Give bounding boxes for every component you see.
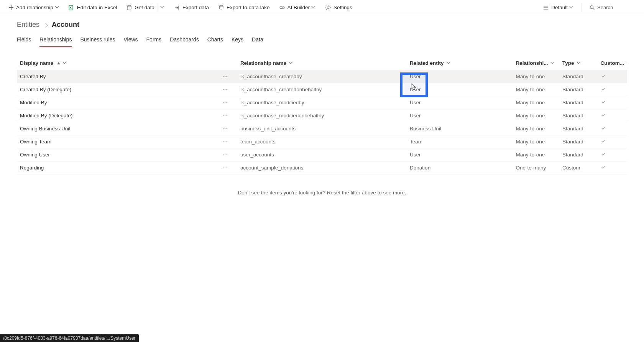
command-bar-right: Default Search	[539, 2, 639, 13]
table-row[interactable]: Created By⋯lk_accountbase_createdbyUserM…	[17, 70, 627, 83]
pivot-tabs: Fields Relationships Business rules View…	[0, 30, 644, 47]
row-actions-button[interactable]: ⋯	[212, 83, 237, 96]
export-icon	[174, 5, 180, 11]
export-data-lake-button[interactable]: Export to data lake	[214, 2, 274, 13]
svg-point-5	[327, 7, 329, 8]
check-icon	[601, 86, 606, 93]
row-actions-button[interactable]: ⋯	[212, 96, 237, 109]
settings-button[interactable]: Settings	[321, 2, 356, 13]
sort-ascending-icon	[57, 62, 60, 64]
tab-relationships[interactable]: Relationships	[39, 35, 72, 47]
cell-related-entity[interactable]: User	[407, 83, 513, 96]
settings-label: Settings	[334, 5, 352, 10]
chevron-right-icon	[44, 21, 47, 29]
cell-relationship-name: lk_accountbase_modifiedonbehalfby	[237, 109, 407, 122]
cell-type: Standard	[559, 83, 598, 96]
cell-customizable	[598, 148, 627, 161]
tab-keys[interactable]: Keys	[232, 35, 243, 47]
table-row[interactable]: Owning Team⋯team_accountsTeamMany-to-one…	[17, 135, 627, 148]
cell-relationship-type: Many-to-one	[513, 96, 559, 109]
row-actions-button[interactable]: ⋯	[212, 109, 237, 122]
col-relationship-name[interactable]: Relationship name	[237, 56, 407, 70]
tab-fields[interactable]: Fields	[17, 35, 31, 47]
cell-related-entity[interactable]: User	[407, 109, 513, 122]
table-row[interactable]: Created By (Delegate)⋯lk_accountbase_cre…	[17, 83, 627, 96]
table-header-row: Display name Relationship name Related e…	[17, 56, 627, 70]
chevron-down-icon	[161, 6, 165, 10]
cell-type: Standard	[559, 122, 598, 135]
cell-related-entity[interactable]: Business Unit	[407, 122, 513, 135]
col-type-label: Type	[562, 60, 574, 66]
export-data-lake-label: Export to data lake	[227, 5, 270, 10]
row-actions-button[interactable]: ⋯	[212, 161, 237, 174]
row-actions-button[interactable]: ⋯	[212, 122, 237, 135]
get-data-button[interactable]: Get data	[122, 1, 169, 14]
data-lake-icon	[218, 5, 224, 11]
chevron-down-icon	[56, 6, 59, 10]
check-icon	[601, 99, 606, 106]
col-type[interactable]: Type	[559, 56, 598, 70]
ai-builder-button[interactable]: AI Builder	[275, 2, 320, 13]
view-default-button[interactable]: Default	[539, 2, 578, 13]
ai-builder-icon	[279, 5, 285, 11]
edit-in-excel-label: Edit data in Excel	[77, 5, 117, 10]
table-row[interactable]: Owning Business Unit⋯business_unit_accou…	[17, 122, 627, 135]
breadcrumb-root[interactable]: Entities	[17, 21, 39, 29]
cell-type: Standard	[559, 96, 598, 109]
cell-customizable	[598, 96, 627, 109]
col-customizable[interactable]: Custom...	[598, 56, 627, 70]
col-display-name[interactable]: Display name	[17, 56, 212, 70]
cell-related-entity[interactable]: Team	[407, 135, 513, 148]
tab-data[interactable]: Data	[252, 35, 263, 47]
tab-dashboards[interactable]: Dashboards	[170, 35, 199, 47]
export-data-label: Export data	[182, 5, 209, 10]
tab-business-rules[interactable]: Business rules	[80, 35, 115, 47]
command-bar: Add relationship Edit data in Excel Get …	[0, 0, 644, 15]
excel-icon	[69, 5, 75, 11]
cell-related-entity[interactable]: User	[407, 96, 513, 109]
ai-builder-label: AI Builder	[288, 5, 310, 10]
list-icon	[543, 5, 549, 11]
col-relationship-type[interactable]: Relationshi...	[513, 56, 559, 70]
tab-forms[interactable]: Forms	[146, 35, 162, 47]
row-actions-button[interactable]: ⋯	[212, 148, 237, 161]
cell-relationship-name: user_accounts	[237, 148, 407, 161]
breadcrumb-current: Account	[52, 21, 79, 29]
search-input[interactable]: Search	[586, 2, 639, 13]
check-icon	[601, 164, 606, 171]
cell-display-name: Owning User	[17, 148, 212, 161]
table-row[interactable]: Modified By⋯lk_accountbase_modifiedbyUse…	[17, 96, 627, 109]
status-bar: /8c209fd5-876f-4003-a976-64fa07937daa/en…	[0, 334, 139, 342]
table-row[interactable]: Modified By (Delegate)⋯lk_accountbase_mo…	[17, 109, 627, 122]
cell-customizable	[598, 83, 627, 96]
cell-customizable	[598, 161, 627, 174]
cell-related-entity[interactable]: Donation	[407, 161, 513, 174]
table-row[interactable]: Owning User⋯user_accountsUserMany-to-one…	[17, 148, 627, 161]
chevron-down-icon	[447, 61, 451, 65]
col-display-name-label: Display name	[20, 60, 53, 66]
tab-views[interactable]: Views	[123, 35, 138, 47]
check-icon	[601, 138, 606, 145]
chevron-down-icon	[312, 6, 316, 10]
tab-charts[interactable]: Charts	[207, 35, 223, 47]
edit-in-excel-button[interactable]: Edit data in Excel	[65, 2, 121, 13]
filter-hint[interactable]: Don't see the items you're looking for? …	[17, 174, 627, 211]
add-relationship-label: Add relationship	[16, 5, 53, 10]
search-placeholder: Search	[597, 5, 613, 10]
svg-point-1	[127, 5, 131, 7]
svg-rect-0	[69, 5, 73, 10]
col-related-entity-label: Related entity	[410, 60, 444, 66]
col-related-entity[interactable]: Related entity	[407, 56, 513, 70]
cell-display-name: Owning Business Unit	[17, 122, 212, 135]
export-data-button[interactable]: Export data	[170, 2, 213, 13]
gear-icon	[325, 5, 331, 11]
cell-display-name: Modified By	[17, 96, 212, 109]
table-row[interactable]: Regarding⋯account_sample_donationsDonati…	[17, 161, 627, 174]
add-relationship-button[interactable]: Add relationship	[5, 2, 63, 13]
cell-related-entity[interactable]: User	[407, 70, 513, 83]
row-actions-button[interactable]: ⋯	[212, 70, 237, 83]
cell-relationship-name: lk_accountbase_createdby	[237, 70, 407, 83]
cell-related-entity[interactable]: User	[407, 148, 513, 161]
svg-point-6	[590, 5, 593, 8]
row-actions-button[interactable]: ⋯	[212, 135, 237, 148]
